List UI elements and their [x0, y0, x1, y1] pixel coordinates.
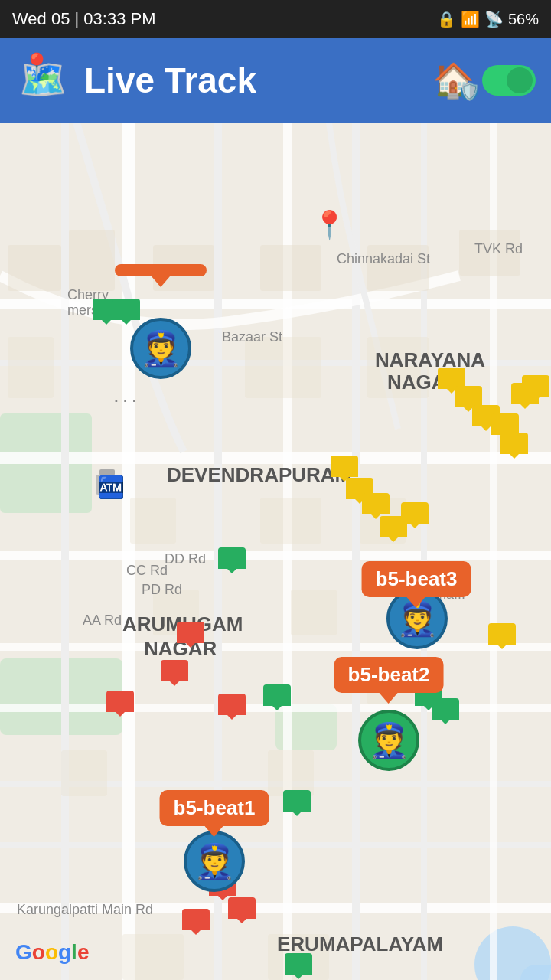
- book-marker-yellow: [488, 623, 516, 645]
- officer-marker-b5beat2[interactable]: 👮: [358, 710, 419, 771]
- red-pin-marker[interactable]: 📍: [312, 209, 347, 241]
- toggle-button[interactable]: [482, 65, 536, 96]
- officer-marker-1[interactable]: 👮: [130, 318, 191, 379]
- svg-rect-33: [260, 498, 321, 544]
- status-bar: Wed 05 | 03:33 PM 🔒 📶 📡 56%: [0, 0, 551, 38]
- area-narayana: NARAYANA: [375, 348, 485, 372]
- toggle-knob: [507, 67, 533, 93]
- beat-bubble-b5beat1[interactable]: b5-beat1: [160, 790, 269, 826]
- svg-rect-13: [0, 842, 551, 848]
- svg-rect-23: [8, 245, 61, 291]
- map-background: [0, 122, 551, 980]
- pin-icon: 📍: [21, 51, 52, 80]
- book-marker-yellow: [500, 433, 528, 454]
- status-time: Wed 05 | 03:33 PM: [12, 9, 156, 29]
- battery-text: 56%: [508, 11, 539, 28]
- google-logo: Google: [15, 940, 89, 965]
- signal-icon: 📡: [484, 10, 504, 28]
- svg-rect-24: [69, 230, 115, 291]
- book-marker-green: [263, 684, 291, 706]
- svg-rect-17: [122, 122, 135, 980]
- beat-bubble-unlabeled[interactable]: [115, 264, 207, 276]
- app-header: 🗺️ 📍 Live Track 🏠 🛡️: [0, 38, 551, 122]
- svg-rect-26: [260, 245, 321, 291]
- svg-rect-36: [291, 590, 337, 635]
- road-label-chinnakadai: Chinnakadai St: [337, 251, 430, 267]
- book-marker-yellow: [331, 456, 358, 477]
- svg-rect-40: [122, 934, 184, 980]
- house-icon[interactable]: 🏠 🛡️: [432, 60, 474, 100]
- book-marker-green: [432, 698, 459, 720]
- app-logo: 🗺️ 📍: [15, 50, 77, 111]
- svg-rect-39: [268, 750, 314, 796]
- wifi-icon: 📶: [461, 10, 480, 28]
- book-marker-yellow: [401, 502, 429, 524]
- book-marker-red: [177, 622, 204, 643]
- book-marker-red: [161, 660, 188, 681]
- book-marker-green: [285, 953, 312, 975]
- book-marker-yellow: [455, 386, 482, 407]
- map-area[interactable]: TVK Rd Chinnakadai St Cherry mersio... B…: [0, 122, 551, 980]
- area-devendrapuram: DEVENDRAPURAM: [167, 463, 351, 487]
- book-marker-red: [218, 694, 246, 715]
- book-marker-green: [283, 790, 311, 812]
- svg-rect-30: [245, 337, 321, 398]
- svg-rect-9: [0, 551, 551, 560]
- time-display: Wed 05 | 03:33 PM: [12, 9, 156, 29]
- svg-rect-16: [61, 122, 69, 980]
- svg-rect-38: [61, 750, 107, 796]
- book-marker-yellow: [362, 493, 390, 514]
- beat-bubble-b5beat3[interactable]: b5-beat3: [362, 561, 471, 597]
- book-marker-yellow: [491, 413, 519, 435]
- road-label-karung: Karungalpatti Main Rd: [17, 902, 153, 918]
- road-label-bazaar: Bazaar St: [222, 329, 282, 345]
- book-marker-red: [106, 691, 134, 712]
- status-icons: 🔒 📶 📡 56%: [437, 10, 539, 28]
- road-label-aa: AA Rd: [83, 612, 122, 629]
- road-label-dd: DD Rd: [165, 551, 206, 567]
- book-marker-red: [228, 897, 256, 919]
- svg-rect-10: [0, 643, 551, 651]
- beat-bubble-b5beat2[interactable]: b5-beat2: [334, 657, 444, 693]
- officer-marker-b5beat1[interactable]: 👮: [184, 831, 245, 892]
- book-marker-green: [112, 299, 140, 320]
- road-label-cc: CC Rd: [126, 563, 168, 579]
- book-marker-red: [182, 909, 210, 930]
- book-marker-yellow: [522, 375, 549, 397]
- svg-rect-29: [8, 337, 54, 398]
- svg-rect-32: [130, 498, 176, 544]
- road-label-pd: PD Rd: [142, 582, 182, 598]
- lock-icon: 🔒: [437, 10, 456, 28]
- svg-rect-8: [0, 452, 551, 464]
- dots-indicator: ...: [113, 383, 140, 407]
- building-icon: 🏧: [98, 475, 125, 500]
- road-label-tvk: TVK Rd: [474, 241, 523, 257]
- book-marker-green: [218, 547, 246, 569]
